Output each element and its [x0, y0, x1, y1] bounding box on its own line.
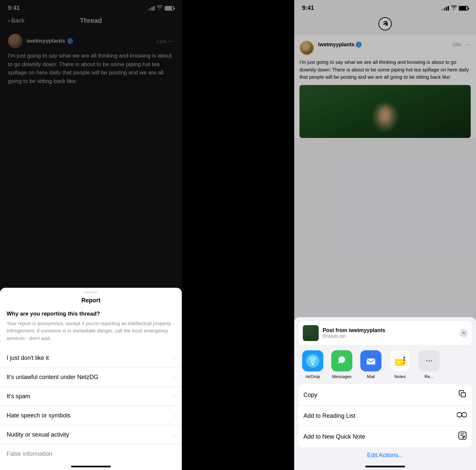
- report-item-3[interactable]: Hate speech or symbols ›: [0, 406, 182, 425]
- sheet-handle-row: [0, 288, 182, 296]
- reading-list-action[interactable]: Add to Reading List: [298, 406, 472, 426]
- airdrop-app-icon: [302, 350, 323, 371]
- messages-app-icon: [331, 350, 352, 371]
- report-item-5[interactable]: False information ›: [0, 445, 182, 463]
- bottom-sheet-overlay: Report Why are you reporting this thread…: [0, 0, 182, 470]
- quick-note-icon: [458, 431, 467, 442]
- report-item-5-label: False information: [7, 450, 52, 457]
- notes-label: Notes: [394, 374, 406, 379]
- notes-app-icon: [389, 350, 411, 371]
- report-item-4[interactable]: Nudity or sexual activity ›: [0, 425, 182, 445]
- chevron-right-icon: ›: [174, 374, 175, 380]
- report-item-2-label: It's spam: [7, 393, 30, 400]
- share-app-notes[interactable]: Notes: [385, 350, 415, 379]
- reading-list-label: Add to Reading List: [303, 412, 355, 419]
- svg-point-16: [428, 360, 430, 362]
- copy-label: Copy: [303, 392, 317, 399]
- home-indicator: [71, 466, 111, 467]
- more-app-icon: [418, 350, 440, 371]
- svg-point-20: [462, 412, 467, 417]
- svg-point-19: [457, 412, 462, 417]
- edit-actions-label: Edit Actions...: [367, 452, 403, 458]
- share-preview-info: Post from iwetmyyplants threads.net: [323, 327, 385, 339]
- reading-list-icon: [457, 411, 467, 420]
- share-preview-url: threads.net: [323, 333, 385, 339]
- report-item-2[interactable]: It's spam ›: [0, 387, 182, 406]
- report-item-0[interactable]: I just don't like it ›: [0, 349, 182, 368]
- chevron-right-icon: ›: [174, 413, 175, 419]
- quick-note-label: Add to New Quick Note: [303, 433, 365, 440]
- svg-point-14: [403, 362, 405, 364]
- more-label: Re...: [424, 374, 433, 379]
- svg-point-13: [403, 359, 405, 361]
- report-item-4-label: Nudity or sexual activity: [7, 431, 69, 438]
- report-item-1-label: It's unlawful content under NetzDG: [7, 374, 99, 381]
- center-gap: [182, 0, 294, 470]
- edit-actions-link[interactable]: Edit Actions...: [294, 447, 476, 463]
- share-preview-card: Post from iwetmyyplants threads.net ✕: [298, 321, 472, 345]
- chevron-right-icon: ›: [174, 394, 175, 400]
- svg-point-12: [403, 357, 405, 359]
- right-home-indicator: [365, 466, 405, 467]
- share-sheet-overlay: Post from iwetmyyplants threads.net ✕: [294, 0, 476, 470]
- share-app-mail[interactable]: Mail: [356, 350, 385, 379]
- sheet-title: Report: [0, 296, 182, 311]
- left-panel: 9:41 ‹ Back: [0, 0, 182, 470]
- share-app-airdrop[interactable]: AirDrop: [298, 350, 327, 379]
- messages-label: Messages: [332, 374, 351, 379]
- svg-point-17: [431, 360, 432, 362]
- right-panel: 9:41: [294, 0, 476, 470]
- report-item-0-label: I just don't like it: [7, 355, 49, 362]
- mail-label: Mail: [367, 374, 375, 379]
- copy-icon: [458, 390, 467, 400]
- quick-note-action[interactable]: Add to New Quick Note: [298, 426, 472, 447]
- report-item-1[interactable]: It's unlawful content under NetzDG ›: [0, 368, 182, 387]
- share-apps-row: AirDrop Messages: [294, 345, 476, 382]
- mail-app-icon: [360, 350, 381, 371]
- share-app-messages[interactable]: Messages: [327, 350, 356, 379]
- svg-point-15: [426, 360, 427, 362]
- report-sheet: Report Why are you reporting this thread…: [0, 288, 182, 470]
- chevron-right-icon: ›: [174, 355, 175, 361]
- copy-action[interactable]: Copy: [298, 384, 472, 406]
- share-thumb-image: [303, 325, 319, 341]
- svg-rect-5: [367, 359, 375, 364]
- share-close-button[interactable]: ✕: [459, 329, 468, 337]
- share-actions: Copy Add to Reading List: [298, 384, 472, 447]
- airdrop-label: AirDrop: [305, 374, 320, 379]
- report-item-3-label: Hate speech or symbols: [7, 412, 70, 419]
- share-sheet: Post from iwetmyyplants threads.net ✕: [294, 317, 476, 470]
- share-preview-title: Post from iwetmyyplants: [323, 327, 385, 333]
- sheet-subtitle: Why are you reporting this thread?: [0, 311, 182, 320]
- svg-rect-18: [461, 393, 465, 397]
- sheet-handle: [84, 292, 98, 293]
- sheet-description: Your report is anonymous, except if you'…: [0, 320, 182, 349]
- share-app-more[interactable]: Re...: [415, 350, 444, 379]
- chevron-right-icon: ›: [174, 451, 175, 457]
- chevron-right-icon: ›: [174, 432, 175, 438]
